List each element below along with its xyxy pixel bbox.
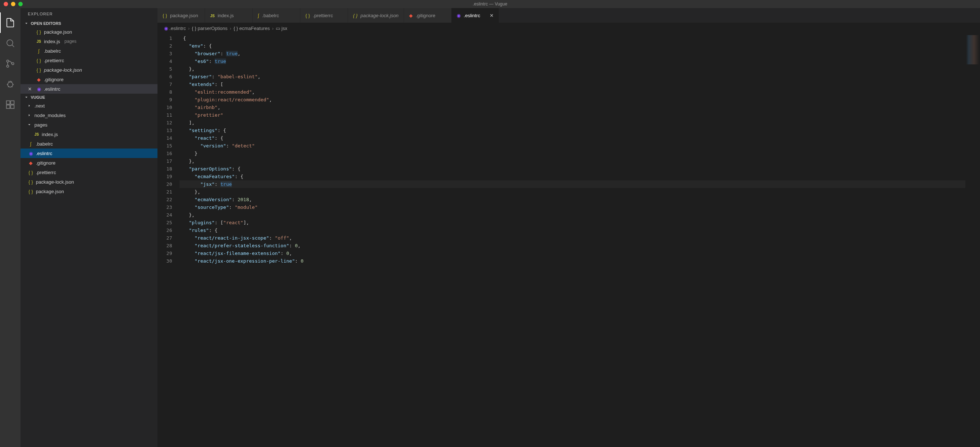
breadcrumb-item[interactable]: ▭ jsx	[276, 25, 288, 31]
editor-tab[interactable]: ∫.babelrc	[253, 8, 300, 23]
code-line[interactable]: "ecmaVersion": 2018,	[180, 196, 965, 203]
line-number: 3	[158, 50, 172, 57]
code-line[interactable]: "rules": {	[180, 227, 965, 234]
open-editor-item[interactable]: ✕{ }.prettierrc	[21, 55, 158, 65]
svg-point-0	[7, 40, 13, 46]
window-minimize-button[interactable]	[11, 2, 15, 6]
open-editor-item[interactable]: ✕{ }package.json	[21, 27, 158, 36]
breadcrumb-separator: ›	[272, 25, 274, 31]
code-line[interactable]: "react/jsx-one-expression-per-line": 0	[180, 257, 965, 265]
activity-search-icon[interactable]	[0, 33, 21, 54]
activity-explorer-icon[interactable]	[0, 13, 21, 33]
json-icon: { }	[36, 67, 42, 73]
file-item[interactable]: ∫.babelrc	[21, 139, 158, 149]
folder-item[interactable]: .next	[21, 101, 158, 111]
code-line[interactable]: "react/prefer-stateless-function": 0,	[180, 242, 965, 249]
open-editor-item[interactable]: ✕JSindex.jspages	[21, 36, 158, 46]
svg-point-2	[6, 60, 9, 62]
editor-area: { }package.jsonJSindex.js∫.babelrc{ }.pr…	[158, 8, 980, 447]
activity-debug-icon[interactable]	[0, 74, 21, 94]
json-icon: { }	[353, 13, 358, 18]
file-item[interactable]: ◉.eslintrc	[21, 149, 158, 158]
activity-extensions-icon[interactable]	[0, 94, 21, 115]
file-name: package.json	[44, 29, 72, 35]
code-line[interactable]: "browser": true,	[180, 50, 965, 57]
code-line[interactable]: "eslint:recommended",	[180, 88, 965, 96]
tab-label: .eslintrc	[464, 13, 480, 18]
eslint-icon: ◉	[28, 151, 34, 156]
breadcrumb-item[interactable]: ◉ .eslintrc	[164, 25, 186, 31]
code-line[interactable]: "parserOptions": {	[180, 165, 965, 173]
file-item[interactable]: JSindex.js	[21, 130, 158, 139]
code-line[interactable]: "settings": {	[180, 127, 965, 134]
code-line[interactable]: },	[180, 211, 965, 219]
code-line[interactable]: "es6": true	[180, 57, 965, 65]
folder-item[interactable]: pages	[21, 120, 158, 130]
editor-tab[interactable]: { }.prettierrc	[300, 8, 348, 23]
code-line[interactable]: "ecmaFeatures": {	[180, 173, 965, 180]
code-line[interactable]: "react/react-in-jsx-scope": "off",	[180, 234, 965, 242]
line-number: 27	[158, 234, 172, 242]
breadcrumbs[interactable]: ◉ .eslintrc›{ } parserOptions›{ } ecmaFe…	[158, 23, 980, 34]
file-name: .prettierrc	[44, 58, 64, 63]
code-line[interactable]: }	[180, 150, 965, 157]
open-editor-item[interactable]: ✕◉.eslintrc	[21, 84, 158, 94]
code-line[interactable]: },	[180, 65, 965, 73]
breadcrumb-item[interactable]: { } ecmaFeatures	[234, 25, 270, 31]
project-section-header[interactable]: VUGUE	[21, 94, 158, 101]
svg-line-1	[12, 45, 14, 47]
line-number: 1	[158, 34, 172, 42]
editor-tab[interactable]: ◆.gitignore	[404, 8, 452, 23]
minimap[interactable]	[965, 34, 980, 447]
file-item[interactable]: { }package-lock.json	[21, 177, 158, 187]
code-line[interactable]: "plugins": ["react"],	[180, 219, 965, 227]
editor-tab[interactable]: ◉.eslintrc✕	[452, 8, 499, 23]
editor-tab[interactable]: { }package.json	[158, 8, 205, 23]
open-editor-item[interactable]: ✕◆.gitignore	[21, 74, 158, 84]
code-line[interactable]: "extends": [	[180, 81, 965, 88]
code-line[interactable]: ],	[180, 119, 965, 127]
code-line[interactable]: "env": {	[180, 42, 965, 50]
close-icon[interactable]: ✕	[28, 86, 34, 92]
open-editor-item[interactable]: ✕{ }package-lock.json	[21, 65, 158, 74]
line-number: 22	[158, 196, 172, 203]
window-close-button[interactable]	[4, 2, 8, 6]
code-line[interactable]: "airbnb",	[180, 103, 965, 111]
file-name: .babelrc	[36, 141, 53, 147]
code-line[interactable]: "prettier"	[180, 111, 965, 119]
file-name: .eslintrc	[36, 151, 52, 156]
svg-rect-6	[6, 101, 10, 104]
code-line[interactable]: "parser": "babel-eslint",	[180, 73, 965, 81]
code-line[interactable]: "version": "detect"	[180, 142, 965, 150]
breadcrumb-separator: ›	[188, 25, 189, 31]
folder-item[interactable]: node_modules	[21, 111, 158, 120]
tab-close-icon[interactable]: ✕	[490, 13, 494, 18]
code-line[interactable]: },	[180, 188, 965, 196]
breadcrumb-separator: ›	[230, 25, 231, 31]
js-icon: JS	[34, 132, 40, 136]
file-name: package-lock.json	[44, 67, 82, 73]
editor-tab[interactable]: { }package-lock.json	[348, 8, 404, 23]
open-editors-section-header[interactable]: OPEN EDITORS	[21, 20, 158, 27]
code-editor[interactable]: { "env": { "browser": true, "es6": true …	[180, 34, 965, 447]
open-editor-item[interactable]: ✕∫.babelrc	[21, 46, 158, 55]
code-line[interactable]: {	[180, 34, 965, 42]
code-line[interactable]: "plugin:react/recommended",	[180, 96, 965, 103]
file-item[interactable]: { }.prettierrc	[21, 168, 158, 177]
activity-bar	[0, 8, 21, 447]
code-line[interactable]: "sourceType": "module"	[180, 203, 965, 211]
babel-icon: ∫	[28, 141, 34, 147]
editor-tab[interactable]: JSindex.js	[205, 8, 253, 23]
code-line[interactable]: "jsx": true	[180, 180, 965, 188]
activity-source-control-icon[interactable]	[0, 54, 21, 74]
window-maximize-button[interactable]	[18, 2, 23, 6]
sidebar-title: EXPLORER	[21, 8, 158, 20]
file-name: .prettierrc	[36, 170, 56, 175]
file-item[interactable]: { }package.json	[21, 187, 158, 196]
code-line[interactable]: "react/jsx-filename-extension": 0,	[180, 249, 965, 257]
breadcrumb-item[interactable]: { } parserOptions	[192, 25, 228, 31]
file-item[interactable]: ◆.gitignore	[21, 158, 158, 168]
line-number: 7	[158, 81, 172, 88]
code-line[interactable]: "react": {	[180, 134, 965, 142]
code-line[interactable]: },	[180, 157, 965, 165]
